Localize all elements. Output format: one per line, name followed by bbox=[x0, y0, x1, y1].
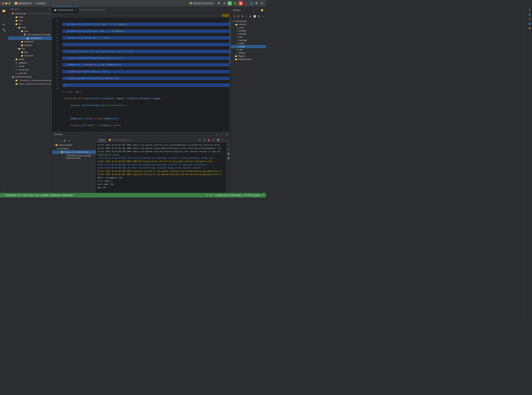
activity-debug-icon[interactable]: 🔧 bbox=[1, 27, 7, 33]
maven-item-package[interactable]: ⚙ package bbox=[231, 39, 266, 42]
tree-item-package[interactable]: ▾ 📦 com.example.onlineorder bbox=[8, 33, 52, 36]
maven-item-site[interactable]: ⚙ site bbox=[231, 48, 266, 51]
tree-item-maven-commons[interactable]: › 📁 Maven: commons-io:commons-io:2.11.0 bbox=[8, 82, 52, 86]
services-item-tomcat[interactable]: ▾ 🐱 Tomcat Server bbox=[52, 143, 96, 147]
maven-item-plugins[interactable]: › 📁 Plugins bbox=[231, 55, 266, 58]
tree-label: < openjdk-21 > /Users/eve/Library/Java/J… bbox=[19, 79, 52, 82]
maven-item-install[interactable]: ⚙ install bbox=[231, 45, 266, 48]
scrollbar-thumb[interactable] bbox=[230, 18, 231, 64]
ide-settings-icon[interactable]: ⚙ bbox=[260, 1, 264, 5]
minimize-button[interactable] bbox=[5, 2, 7, 4]
maven-download2-icon[interactable]: ⬇ bbox=[240, 14, 244, 18]
tree-item-idea[interactable]: › 📁 .idea bbox=[8, 15, 52, 19]
project-selector[interactable]: IO OnlineOrder ▾ bbox=[13, 2, 33, 5]
tree-item-helloservlet[interactable]: ☕ HelloServlet bbox=[8, 36, 52, 40]
tab-helloservlet[interactable]: ☕ HelloServlet.java ✕ bbox=[52, 7, 78, 13]
tree-item-main[interactable]: ▾ 📁 main bbox=[8, 26, 52, 29]
console-side-wrap-icon[interactable]: ≡ bbox=[227, 147, 230, 151]
services-add-icon[interactable]: + bbox=[215, 132, 219, 136]
settings-icon[interactable]: ⚙ bbox=[222, 1, 226, 5]
tree-item-resources[interactable]: › 📁 resources bbox=[8, 40, 52, 44]
maven-reload-icon[interactable]: ↻ bbox=[233, 14, 236, 18]
tree-item-src[interactable]: ▾ 📁 src bbox=[8, 22, 52, 26]
services-item-tomcat-instance[interactable]: ▾ 🐱 Tomcat 11.0.0-M13 (local) bbox=[52, 150, 96, 154]
tree-item-pom[interactable]: M pom.xml bbox=[8, 71, 52, 75]
console-side-up-icon[interactable]: ↑ bbox=[227, 138, 230, 142]
tree-item-webapp[interactable]: › 📁 webapp bbox=[8, 44, 52, 47]
tree-item-ext-libraries[interactable]: ▾ 📚 External Libraries bbox=[8, 75, 52, 79]
editor-scrollbar[interactable] bbox=[229, 18, 231, 131]
tree-item-mvnw-cmd[interactable]: 🗒 mvnw.cmd bbox=[8, 68, 52, 71]
console-stop-icon[interactable]: ◼ bbox=[207, 138, 211, 142]
tomcat-selector[interactable]: 🐱 Tomcat 11.0.0-M13 ▾ bbox=[188, 2, 214, 5]
search-icon[interactable]: 🔍 bbox=[255, 1, 259, 5]
debug-button[interactable]: 🐛 bbox=[233, 1, 237, 5]
services-item-running[interactable]: ▾ ▶ Running bbox=[52, 147, 96, 150]
search-everywhere-icon[interactable]: 🔍 bbox=[217, 1, 221, 5]
console-screenshot-icon[interactable]: 📷 bbox=[216, 138, 220, 142]
tree-item-openjdk[interactable]: › 📁 < openjdk-21 > /Users/eve/Library/Ja… bbox=[8, 79, 52, 82]
xml-file-icon: M bbox=[15, 72, 18, 75]
activity-git-icon[interactable]: ⑂ bbox=[1, 16, 7, 21]
tab-catalina-log[interactable]: 🐱 Tomcat Catalina Log bbox=[107, 138, 133, 142]
activity-more-icon[interactable]: ⋯ bbox=[1, 186, 7, 192]
tab-close-icon[interactable]: ✕ bbox=[75, 9, 76, 11]
console-refresh-icon[interactable]: ↻ bbox=[198, 138, 202, 142]
maven-notifications-icon[interactable]: 🔔 bbox=[260, 8, 264, 12]
services-more-icon[interactable]: ⋯ bbox=[220, 132, 224, 136]
tree-item-onlineorder[interactable]: ▾ 📦 OnlineOrder ~/Desktop/Projects/Onlin… bbox=[8, 12, 52, 15]
stop-button[interactable]: ◼ bbox=[238, 1, 243, 5]
maven-item-compile[interactable]: ⚙ compile bbox=[231, 32, 266, 36]
tree-item-java-test[interactable]: 📁 java bbox=[8, 50, 52, 54]
tab-close-icon[interactable]: ✕ bbox=[105, 9, 107, 11]
maven-item-dependencies[interactable]: › 📁 Dependencies bbox=[231, 58, 266, 61]
maven-item-verify[interactable]: ⚙ verify bbox=[231, 42, 266, 45]
maven-item-project[interactable]: ▾ M OnlineOrder bbox=[231, 20, 266, 23]
maven-toolbar: ↻ ⬇ ⬇ + ▶ 📋 ⚙ › bbox=[231, 14, 266, 19]
maven-item-deploy[interactable]: ⚙ deploy bbox=[231, 51, 266, 55]
maven-label: Dependencies bbox=[238, 58, 252, 60]
maven-run-icon[interactable]: ▶ bbox=[249, 14, 252, 18]
services-down-icon[interactable]: ↓ bbox=[58, 139, 62, 143]
tree-item-mvn[interactable]: › 📁 .mvn bbox=[8, 19, 52, 22]
activity-folder-icon[interactable]: 📂 bbox=[1, 8, 7, 13]
tree-item-test[interactable]: ▾ 📁 test bbox=[8, 47, 52, 50]
tab-server[interactable]: Server bbox=[97, 138, 106, 142]
tree-item-mvnw[interactable]: 🗒 mvnw bbox=[8, 65, 52, 68]
close-button[interactable] bbox=[2, 2, 4, 4]
code-content[interactable]: System.out.println("First name: " + firs… bbox=[61, 18, 229, 131]
services-close-icon[interactable]: ✕ bbox=[225, 132, 229, 136]
warning-badge[interactable]: ⚠ 2 ▾ bbox=[222, 14, 229, 17]
services-item-artifact[interactable]: ✓ ✓ OnlineOrder:war exploded [Synchroniz… bbox=[52, 154, 96, 160]
console-side-filter-icon[interactable]: ⊞ bbox=[227, 152, 230, 155]
tree-item-gitignore[interactable]: 🗒 .gitignore bbox=[8, 61, 52, 65]
user-icon[interactable]: 👤 bbox=[249, 1, 253, 5]
editor-options-icon[interactable]: ⋯ bbox=[226, 9, 231, 11]
console-side-clear-icon[interactable]: 🗑 bbox=[227, 156, 230, 160]
tab-pom[interactable]: M pom.xml (OnlineOrder) ✕ bbox=[78, 7, 109, 13]
branch-selector[interactable]: ⑂ master ▾ bbox=[34, 2, 47, 5]
tree-item-java[interactable]: ▾ 📁 java bbox=[8, 29, 52, 33]
maximize-button[interactable] bbox=[8, 2, 11, 4]
services-up-icon[interactable]: ↑ bbox=[54, 139, 57, 143]
activity-run-icon[interactable]: ▶ bbox=[1, 22, 7, 27]
maven-settings-icon[interactable]: ⚙ bbox=[257, 14, 260, 18]
services-filter-icon[interactable]: ⊞ bbox=[63, 139, 66, 143]
console-more-icon[interactable]: ⋯ bbox=[221, 138, 225, 142]
run-button[interactable]: ▶ bbox=[228, 1, 232, 5]
more-options-icon[interactable]: ⋯ bbox=[244, 1, 248, 5]
console-restart-icon[interactable]: ↻ bbox=[212, 138, 216, 142]
services-add-service-icon[interactable]: + bbox=[67, 139, 71, 143]
maven-add-icon[interactable]: + bbox=[244, 14, 248, 18]
tree-item-target[interactable]: › 📁 target bbox=[8, 58, 52, 61]
maven-item-validate[interactable]: ⚙ validate bbox=[231, 29, 266, 32]
maven-item-test[interactable]: ⚙ test bbox=[231, 36, 266, 39]
maven-task-icon[interactable]: 📋 bbox=[253, 14, 256, 18]
console-side-down-icon[interactable]: ↓ bbox=[227, 143, 230, 146]
maven-item-clean[interactable]: ⚙ clean bbox=[231, 26, 266, 29]
maven-item-lifecycle[interactable]: ▾ 📁 Lifecycle bbox=[231, 23, 266, 26]
maven-more-icon[interactable]: › bbox=[261, 14, 265, 18]
maven-download-icon[interactable]: ⬇ bbox=[236, 14, 240, 18]
console-rerun-icon[interactable]: ↺ bbox=[203, 138, 206, 142]
tree-item-resources-test[interactable]: 📁 resources bbox=[8, 54, 52, 58]
